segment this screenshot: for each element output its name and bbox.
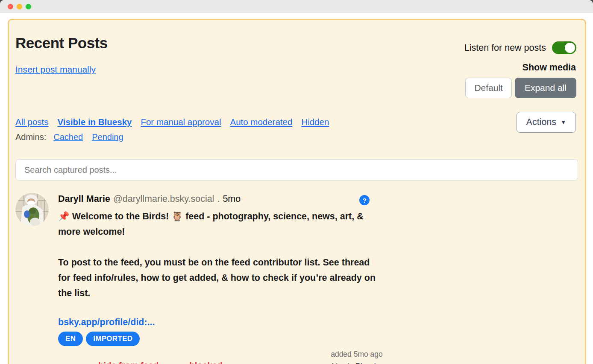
listen-toggle-switch[interactable]: [552, 41, 576, 54]
language-badge: EN: [58, 332, 83, 346]
post-handle[interactable]: @daryllmarie.bsky.social: [113, 194, 214, 204]
title-bar: [0, 0, 593, 13]
post-status: Live in Bluesky: [323, 360, 391, 364]
tab-auto-moderated[interactable]: Auto moderated: [230, 117, 292, 127]
admins-cached-link[interactable]: Cached: [53, 132, 83, 142]
post-profile-link[interactable]: bsky.app/profile/did:...: [58, 317, 155, 328]
post-author[interactable]: Daryll Marie: [58, 194, 110, 204]
show-media-button-group: Default Expand all: [465, 78, 576, 98]
filter-tabs: All posts Visible in Bluesky For manual …: [15, 117, 329, 127]
blocked-link[interactable]: blocked: [189, 360, 222, 364]
zoom-window-icon[interactable]: [26, 4, 31, 9]
show-media-default-button[interactable]: Default: [465, 78, 512, 98]
admins-pending-link[interactable]: Pending: [92, 132, 123, 142]
avatar-image: [15, 193, 49, 226]
actions-dropdown-button[interactable]: Actions ▼: [517, 112, 576, 133]
show-media-expand-all-button[interactable]: Expand all: [515, 78, 576, 98]
show-media-label: Show media: [523, 62, 576, 73]
search-input[interactable]: [15, 159, 578, 181]
avatar[interactable]: [15, 193, 49, 226]
tab-for-manual-approval[interactable]: For manual approval: [141, 117, 221, 127]
minimize-window-icon[interactable]: [17, 4, 22, 9]
post-separator: .: [217, 194, 220, 204]
tab-all-posts[interactable]: All posts: [15, 117, 48, 127]
admins-label: Admins:: [15, 132, 46, 142]
actions-dropdown-label: Actions: [526, 117, 557, 128]
app-window: Recent Posts Insert post manually Listen…: [0, 0, 593, 364]
post-age: 5mo: [223, 194, 241, 204]
caret-down-icon: ▼: [561, 119, 566, 125]
help-icon[interactable]: ?: [359, 195, 370, 205]
post-meta: added 5mo ago Live in Bluesky: [323, 348, 391, 364]
post-action-links: hide from feed blocked: [98, 360, 223, 364]
insert-post-manually-link[interactable]: Insert post manually: [15, 64, 96, 75]
page-title: Recent Posts: [15, 35, 108, 52]
toggle-knob: [565, 43, 575, 53]
post-text-intro: 📌 Welcome to the Birds! 🦉 feed - photogr…: [58, 209, 379, 239]
hide-from-feed-link[interactable]: hide from feed: [98, 360, 159, 364]
post-badges: EN IMPORTED: [58, 332, 140, 346]
listen-toggle-label: Listen for new posts: [464, 43, 546, 53]
admins-row: Admins: Cached Pending: [15, 132, 123, 142]
recent-posts-panel: Recent Posts Insert post manually Listen…: [8, 19, 586, 364]
post-header: Daryll Marie @daryllmarie.bsky.social . …: [58, 194, 241, 204]
close-window-icon[interactable]: [8, 4, 13, 9]
post-added-timestamp: added 5mo ago: [323, 348, 391, 360]
tab-hidden[interactable]: Hidden: [301, 117, 329, 127]
tab-visible-in-bluesky[interactable]: Visible in Bluesky: [57, 117, 132, 127]
listen-toggle-row: Listen for new posts: [464, 41, 576, 54]
post-text-rules: To post to the feed, you must be on the …: [58, 255, 379, 301]
imported-badge: IMPORTED: [86, 332, 140, 346]
